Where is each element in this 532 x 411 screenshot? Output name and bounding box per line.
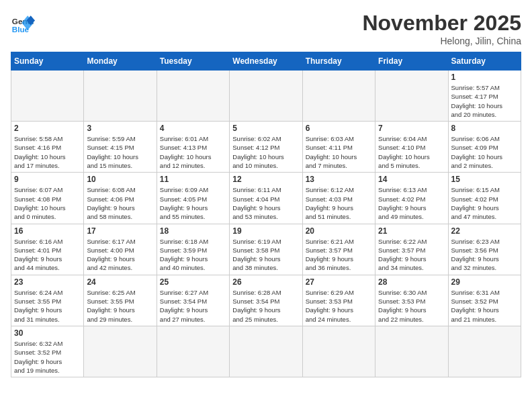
- day-number: 28: [378, 277, 445, 287]
- table-row: 16Sunrise: 6:16 AM Sunset: 4:01 PM Dayli…: [11, 224, 84, 275]
- day-info: Sunrise: 6:29 AM Sunset: 3:53 PM Dayligh…: [306, 288, 372, 324]
- day-number: 2: [14, 124, 81, 133]
- calendar-table: Sunday Monday Tuesday Wednesday Thursday…: [11, 52, 521, 377]
- table-row: 2Sunrise: 5:58 AM Sunset: 4:16 PM Daylig…: [11, 122, 84, 173]
- table-row: 27Sunrise: 6:29 AM Sunset: 3:53 PM Dayli…: [302, 275, 375, 326]
- table-row: [157, 71, 229, 122]
- day-number: 14: [378, 175, 445, 184]
- col-monday: Monday: [84, 52, 157, 71]
- day-number: 24: [87, 277, 153, 287]
- table-row: [230, 326, 302, 377]
- day-number: 9: [14, 175, 81, 184]
- table-row: 21Sunrise: 6:22 AM Sunset: 3:57 PM Dayli…: [375, 224, 448, 275]
- location: Helong, Jilin, China: [362, 36, 521, 46]
- table-row: [302, 71, 375, 122]
- day-info: Sunrise: 6:07 AM Sunset: 4:08 PM Dayligh…: [14, 185, 81, 221]
- day-info: Sunrise: 6:02 AM Sunset: 4:12 PM Dayligh…: [232, 134, 299, 170]
- day-info: Sunrise: 6:17 AM Sunset: 4:00 PM Dayligh…: [87, 237, 153, 273]
- table-row: 5Sunrise: 6:02 AM Sunset: 4:12 PM Daylig…: [230, 122, 302, 173]
- day-number: 20: [306, 226, 372, 236]
- day-info: Sunrise: 6:08 AM Sunset: 4:06 PM Dayligh…: [87, 185, 153, 221]
- col-sunday: Sunday: [11, 52, 84, 71]
- table-row: 4Sunrise: 6:01 AM Sunset: 4:13 PM Daylig…: [157, 122, 229, 173]
- table-row: 29Sunrise: 6:31 AM Sunset: 3:52 PM Dayli…: [448, 275, 521, 326]
- day-info: Sunrise: 6:19 AM Sunset: 3:58 PM Dayligh…: [232, 237, 299, 273]
- table-row: 26Sunrise: 6:28 AM Sunset: 3:54 PM Dayli…: [230, 275, 302, 326]
- table-row: 10Sunrise: 6:08 AM Sunset: 4:06 PM Dayli…: [84, 173, 157, 224]
- day-info: Sunrise: 6:28 AM Sunset: 3:54 PM Dayligh…: [232, 288, 299, 324]
- logo: General Blue: [11, 11, 35, 35]
- table-row: 23Sunrise: 6:24 AM Sunset: 3:55 PM Dayli…: [11, 275, 84, 326]
- day-number: 17: [87, 226, 153, 236]
- col-wednesday: Wednesday: [230, 52, 302, 71]
- day-number: 6: [306, 124, 372, 133]
- day-number: 19: [232, 226, 299, 236]
- day-info: Sunrise: 6:31 AM Sunset: 3:52 PM Dayligh…: [451, 288, 518, 324]
- day-info: Sunrise: 6:12 AM Sunset: 4:03 PM Dayligh…: [306, 185, 372, 221]
- day-info: Sunrise: 6:18 AM Sunset: 3:59 PM Dayligh…: [160, 237, 226, 273]
- table-row: [84, 326, 157, 377]
- calendar-week-row: 16Sunrise: 6:16 AM Sunset: 4:01 PM Dayli…: [11, 224, 521, 275]
- table-row: [157, 326, 229, 377]
- table-row: 25Sunrise: 6:27 AM Sunset: 3:54 PM Dayli…: [157, 275, 229, 326]
- col-friday: Friday: [375, 52, 448, 71]
- title-block: November 2025 Helong, Jilin, China: [362, 11, 521, 46]
- calendar-header-row: Sunday Monday Tuesday Wednesday Thursday…: [11, 52, 521, 71]
- table-row: 7Sunrise: 6:04 AM Sunset: 4:10 PM Daylig…: [375, 122, 448, 173]
- day-number: 15: [451, 175, 518, 184]
- day-number: 22: [451, 226, 518, 236]
- table-row: 17Sunrise: 6:17 AM Sunset: 4:00 PM Dayli…: [84, 224, 157, 275]
- calendar-week-row: 9Sunrise: 6:07 AM Sunset: 4:08 PM Daylig…: [11, 173, 521, 224]
- day-number: 13: [306, 175, 372, 184]
- table-row: [11, 71, 84, 122]
- table-row: [375, 71, 448, 122]
- logo-icon: General Blue: [11, 11, 35, 35]
- day-info: Sunrise: 6:30 AM Sunset: 3:53 PM Dayligh…: [378, 288, 445, 324]
- col-thursday: Thursday: [302, 52, 375, 71]
- day-info: Sunrise: 6:24 AM Sunset: 3:55 PM Dayligh…: [14, 288, 81, 324]
- table-row: 15Sunrise: 6:15 AM Sunset: 4:02 PM Dayli…: [448, 173, 521, 224]
- month-title: November 2025: [362, 11, 521, 36]
- day-number: 26: [232, 277, 299, 287]
- day-info: Sunrise: 6:03 AM Sunset: 4:11 PM Dayligh…: [306, 134, 372, 170]
- day-number: 10: [87, 175, 153, 184]
- day-info: Sunrise: 6:22 AM Sunset: 3:57 PM Dayligh…: [378, 237, 445, 273]
- day-info: Sunrise: 6:15 AM Sunset: 4:02 PM Dayligh…: [451, 185, 518, 221]
- day-info: Sunrise: 6:32 AM Sunset: 3:52 PM Dayligh…: [14, 339, 81, 375]
- col-tuesday: Tuesday: [157, 52, 229, 71]
- table-row: 8Sunrise: 6:06 AM Sunset: 4:09 PM Daylig…: [448, 122, 521, 173]
- day-number: 3: [87, 124, 153, 133]
- table-row: 6Sunrise: 6:03 AM Sunset: 4:11 PM Daylig…: [302, 122, 375, 173]
- table-row: 1Sunrise: 5:57 AM Sunset: 4:17 PM Daylig…: [448, 71, 521, 122]
- day-info: Sunrise: 6:21 AM Sunset: 3:57 PM Dayligh…: [306, 237, 372, 273]
- table-row: 19Sunrise: 6:19 AM Sunset: 3:58 PM Dayli…: [230, 224, 302, 275]
- calendar-week-row: 23Sunrise: 6:24 AM Sunset: 3:55 PM Dayli…: [11, 275, 521, 326]
- day-number: 23: [14, 277, 81, 287]
- day-number: 29: [451, 277, 518, 287]
- day-number: 5: [232, 124, 299, 133]
- calendar-week-row: 30Sunrise: 6:32 AM Sunset: 3:52 PM Dayli…: [11, 326, 521, 377]
- day-number: 8: [451, 124, 518, 133]
- day-info: Sunrise: 6:06 AM Sunset: 4:09 PM Dayligh…: [451, 134, 518, 170]
- table-row: [230, 71, 302, 122]
- table-row: 20Sunrise: 6:21 AM Sunset: 3:57 PM Dayli…: [302, 224, 375, 275]
- day-info: Sunrise: 6:25 AM Sunset: 3:55 PM Dayligh…: [87, 288, 153, 324]
- table-row: [375, 326, 448, 377]
- calendar-week-row: 1Sunrise: 5:57 AM Sunset: 4:17 PM Daylig…: [11, 71, 521, 122]
- day-number: 12: [232, 175, 299, 184]
- day-info: Sunrise: 6:09 AM Sunset: 4:05 PM Dayligh…: [160, 185, 226, 221]
- day-info: Sunrise: 5:58 AM Sunset: 4:16 PM Dayligh…: [14, 134, 81, 170]
- day-info: Sunrise: 6:11 AM Sunset: 4:04 PM Dayligh…: [232, 185, 299, 221]
- day-number: 1: [451, 73, 518, 82]
- day-number: 21: [378, 226, 445, 236]
- table-row: 24Sunrise: 6:25 AM Sunset: 3:55 PM Dayli…: [84, 275, 157, 326]
- table-row: [448, 326, 521, 377]
- day-number: 7: [378, 124, 445, 133]
- table-row: 9Sunrise: 6:07 AM Sunset: 4:08 PM Daylig…: [11, 173, 84, 224]
- day-number: 25: [160, 277, 226, 287]
- day-info: Sunrise: 6:27 AM Sunset: 3:54 PM Dayligh…: [160, 288, 226, 324]
- day-info: Sunrise: 6:23 AM Sunset: 3:56 PM Dayligh…: [451, 237, 518, 273]
- table-row: [84, 71, 157, 122]
- table-row: 3Sunrise: 5:59 AM Sunset: 4:15 PM Daylig…: [84, 122, 157, 173]
- day-info: Sunrise: 6:16 AM Sunset: 4:01 PM Dayligh…: [14, 237, 81, 273]
